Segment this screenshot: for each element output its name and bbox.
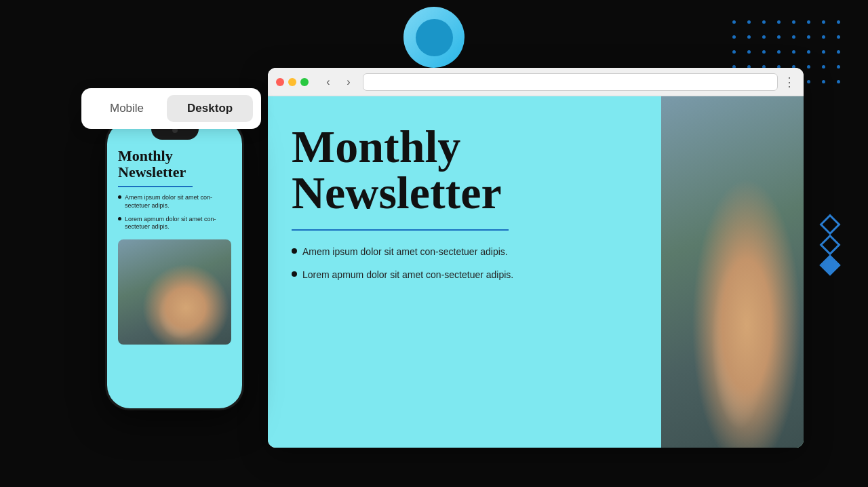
bullet-item-2: Lorem apmum dolor sit amet con-sectetuer… — [292, 269, 637, 282]
nav-arrows: ‹ › — [319, 73, 357, 91]
phone-coffee-image — [118, 239, 231, 345]
browser-window: ‹ › ⋮ Monthly Newsletter Amem ipsum dolo… — [268, 68, 804, 448]
back-button[interactable]: ‹ — [319, 73, 337, 91]
bullet-text-2: Lorem apmum dolor sit amet con-sectetuer… — [302, 269, 513, 282]
browser-menu-icon[interactable]: ⋮ — [783, 75, 795, 90]
address-bar[interactable] — [363, 73, 778, 91]
avatar-inner — [416, 19, 453, 56]
phone-mockup: Monthly Newsletter Amem ipsum dolor sit … — [105, 119, 244, 410]
browser-toolbar: ‹ › ⋮ — [268, 68, 804, 96]
forward-button[interactable]: › — [340, 73, 357, 91]
title-line2: Newsletter — [292, 167, 502, 218]
view-switcher: Mobile Desktop — [81, 88, 261, 129]
phone-bullet-item-1: Amem ipsum dolor sit amet con-sectetuer … — [118, 194, 231, 210]
mobile-tab[interactable]: Mobile — [90, 95, 164, 122]
bullet-list: Amem ipsum dolor sit amet con-sectetuer … — [292, 246, 637, 281]
diamond-decorations — [823, 217, 837, 273]
bullet-dot-1 — [292, 248, 297, 254]
phone-bullet-text-1: Amem ipsum dolor sit amet con-sectetuer … — [125, 194, 231, 210]
phone-content: Monthly Newsletter Amem ipsum dolor sit … — [107, 140, 242, 353]
bullet-text-1: Amem ipsum dolor sit amet con-sectetuer … — [302, 246, 508, 259]
bullet-item-1: Amem ipsum dolor sit amet con-sectetuer … — [292, 246, 637, 259]
phone-inner: Monthly Newsletter Amem ipsum dolor sit … — [107, 121, 242, 408]
desktop-tab[interactable]: Desktop — [167, 95, 253, 122]
phone-bullet-list: Amem ipsum dolor sit amet con-sectetuer … — [118, 194, 231, 231]
title-line1: Monthly — [292, 121, 460, 172]
newsletter-title: Monthly Newsletter — [292, 123, 637, 216]
traffic-lights — [276, 78, 309, 86]
maximize-button[interactable] — [300, 78, 309, 86]
phone-bullet-item-2: Lorem apmum dolor sit amet con-sectetuer… — [118, 216, 231, 231]
newsletter-photo — [661, 96, 804, 448]
coffee-photo-decoration — [661, 96, 804, 448]
bullet-dot-2 — [292, 271, 297, 277]
phone-title-line2: Newsletter — [118, 163, 186, 180]
avatar — [403, 7, 465, 68]
phone-divider-line — [118, 186, 193, 187]
phone-title-line1: Monthly — [118, 147, 173, 164]
newsletter-text-area: Monthly Newsletter Amem ipsum dolor sit … — [268, 96, 661, 448]
diamond-icon-3 — [819, 254, 840, 275]
divider-line — [292, 229, 509, 231]
diamond-icon-1 — [819, 214, 840, 235]
phone-bullet-dot-1 — [118, 195, 121, 199]
close-button[interactable] — [276, 78, 284, 86]
diamond-icon-2 — [819, 234, 840, 255]
browser-content: Monthly Newsletter Amem ipsum dolor sit … — [268, 96, 804, 448]
minimize-button[interactable] — [288, 78, 296, 86]
phone-newsletter-title: Monthly Newsletter — [118, 148, 231, 180]
phone-bullet-text-2: Lorem apmum dolor sit amet con-sectetuer… — [125, 216, 231, 231]
phone-bullet-dot-2 — [118, 217, 121, 220]
